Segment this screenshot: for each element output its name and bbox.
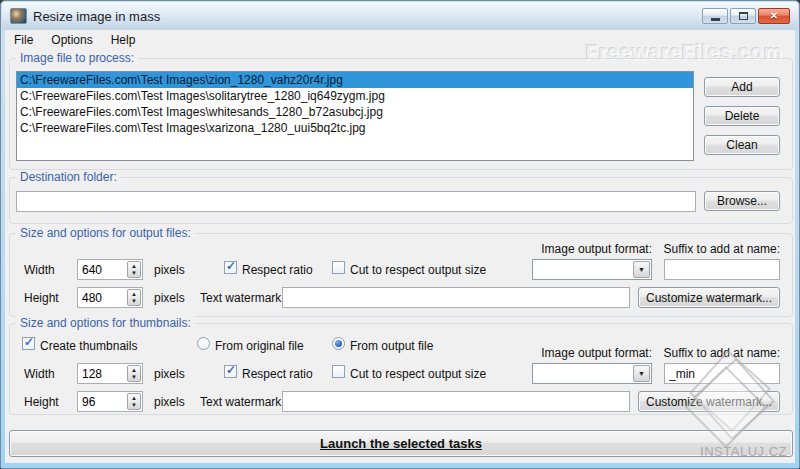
- spin-down-icon: ▼: [131, 298, 137, 305]
- output-group: Size and options for output files: Width…: [9, 233, 793, 317]
- pixels-label: pixels: [154, 367, 185, 381]
- combo-arrow-button[interactable]: ▼: [633, 365, 650, 382]
- launch-tasks-button[interactable]: Launch the selected tasks: [9, 430, 793, 457]
- chevron-down-icon: ▼: [638, 370, 645, 377]
- thumb-height-spinner: ▲▼: [77, 391, 143, 412]
- format-label: Image output format:: [450, 242, 652, 256]
- list-item[interactable]: C:\FreewareFiles.com\Test Images\whitesa…: [17, 104, 693, 120]
- thumb-cut-label: Cut to respect output size: [350, 367, 486, 381]
- customize-watermark-button[interactable]: Customize watermark...: [638, 287, 780, 308]
- spin-buttons[interactable]: ▲▼: [127, 393, 141, 410]
- close-button[interactable]: ✕: [758, 8, 790, 24]
- thumb-respect-ratio-label: Respect ratio: [242, 367, 313, 381]
- spin-buttons[interactable]: ▲▼: [127, 261, 141, 278]
- file-listbox[interactable]: C:\FreewareFiles.com\Test Images\zion_12…: [16, 71, 694, 161]
- width-label: Width: [24, 367, 55, 381]
- thumb-suffix-label: Suffix to add at name:: [652, 346, 780, 360]
- browse-button[interactable]: Browse...: [704, 191, 780, 211]
- menu-options[interactable]: Options: [42, 30, 101, 50]
- suffix-input[interactable]: [664, 259, 780, 280]
- maximize-icon: [739, 12, 748, 20]
- text-watermark-label: Text watermark:: [200, 291, 285, 305]
- client-area: File Options Help FreewareFiles.com Imag…: [5, 30, 795, 463]
- spin-down-icon: ▼: [131, 270, 137, 277]
- app-window: Resize image in mass ✕ File Options Help…: [0, 0, 800, 469]
- thumb-width-spinner: ▲▼: [77, 363, 143, 384]
- thumbnails-group-label: Size and options for thumbnails:: [16, 316, 195, 330]
- pixels-label: pixels: [154, 291, 185, 305]
- titlebar[interactable]: Resize image in mass ✕: [2, 2, 798, 30]
- destination-label: Destination folder:: [16, 170, 121, 184]
- minimize-button[interactable]: [702, 8, 728, 24]
- pixels-label: pixels: [154, 263, 185, 277]
- suffix-label: Suffix to add at name:: [652, 242, 780, 256]
- list-item[interactable]: C:\FreewareFiles.com\Test Images\solitar…: [17, 88, 693, 104]
- format-combobox[interactable]: ▼: [532, 259, 652, 280]
- spin-up-icon: ▲: [131, 367, 137, 374]
- menu-file[interactable]: File: [5, 30, 42, 50]
- file-group-label: Image file to process:: [16, 51, 138, 65]
- respect-ratio-checkbox[interactable]: [224, 261, 237, 274]
- pixels-label: pixels: [154, 395, 185, 409]
- output-group-label: Size and options for output files:: [16, 226, 195, 240]
- thumb-suffix-input[interactable]: [664, 363, 780, 384]
- spin-up-icon: ▲: [131, 395, 137, 402]
- clean-button[interactable]: Clean: [704, 135, 780, 155]
- chevron-down-icon: ▼: [638, 266, 645, 273]
- from-output-label: From output file: [350, 339, 433, 353]
- combo-arrow-button[interactable]: ▼: [633, 261, 650, 278]
- minimize-icon: [711, 18, 720, 21]
- menu-bar: File Options Help: [5, 30, 795, 50]
- height-label: Height: [24, 291, 59, 305]
- thumb-text-watermark-label: Text watermark:: [200, 395, 285, 409]
- close-icon: ✕: [770, 11, 778, 21]
- create-thumbnails-label: Create thumbnails: [40, 339, 137, 353]
- thumbnails-group: Size and options for thumbnails: Create …: [9, 323, 793, 415]
- thumb-format-combobox[interactable]: ▼: [532, 363, 652, 384]
- menu-help[interactable]: Help: [102, 30, 145, 50]
- from-output-radio[interactable]: [332, 337, 345, 350]
- spin-down-icon: ▼: [131, 374, 137, 381]
- spin-up-icon: ▲: [131, 263, 137, 270]
- add-button[interactable]: Add: [704, 77, 780, 97]
- maximize-button[interactable]: [730, 8, 756, 24]
- width-label: Width: [24, 263, 55, 277]
- thumb-text-watermark-input[interactable]: [282, 391, 630, 412]
- file-group: Image file to process: C:\FreewareFiles.…: [9, 58, 793, 170]
- thumb-format-label: Image output format:: [450, 346, 652, 360]
- thumb-respect-ratio-checkbox[interactable]: [224, 365, 237, 378]
- thumb-customize-watermark-button[interactable]: Customize watermark...: [638, 391, 780, 412]
- create-thumbnails-checkbox[interactable]: [22, 337, 35, 350]
- app-icon: [10, 8, 27, 24]
- list-item[interactable]: C:\FreewareFiles.com\Test Images\xarizon…: [17, 120, 693, 136]
- cut-label: Cut to respect output size: [350, 263, 486, 277]
- spin-down-icon: ▼: [131, 402, 137, 409]
- spin-buttons[interactable]: ▲▼: [127, 365, 141, 382]
- delete-button[interactable]: Delete: [704, 106, 780, 126]
- destination-group: Destination folder: Browse...: [9, 177, 793, 224]
- text-watermark-input[interactable]: [282, 287, 630, 308]
- height-label: Height: [24, 395, 59, 409]
- cut-checkbox[interactable]: [332, 261, 345, 274]
- width-spinner: ▲▼: [77, 259, 143, 280]
- list-item[interactable]: C:\FreewareFiles.com\Test Images\zion_12…: [17, 72, 693, 88]
- from-original-label: From original file: [215, 339, 304, 353]
- spin-buttons[interactable]: ▲▼: [127, 289, 141, 306]
- from-original-radio[interactable]: [197, 337, 210, 350]
- height-spinner: ▲▼: [77, 287, 143, 308]
- spin-up-icon: ▲: [131, 291, 137, 298]
- window-title: Resize image in mass: [33, 9, 160, 24]
- respect-ratio-label: Respect ratio: [242, 263, 313, 277]
- window-controls: ✕: [702, 8, 790, 24]
- destination-input[interactable]: [16, 191, 696, 212]
- thumb-cut-checkbox[interactable]: [332, 365, 345, 378]
